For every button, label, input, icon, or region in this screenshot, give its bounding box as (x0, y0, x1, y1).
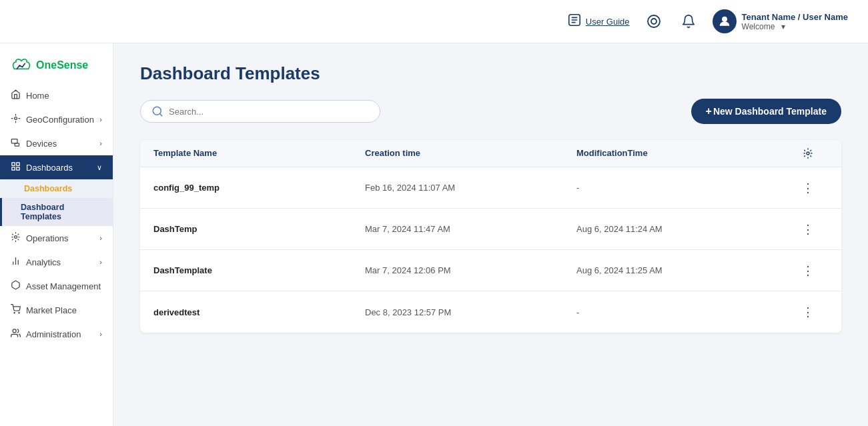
sidebar-item-geoconfiguration[interactable]: GeoConfiguration › (0, 107, 113, 131)
devices-arrow: › (99, 139, 102, 147)
table-row: DashTemplate Mar 7, 2024 12:06 PM Aug 6,… (140, 250, 841, 291)
search-box[interactable] (140, 100, 380, 123)
data-table: Template Name Creation time Modification… (140, 140, 841, 333)
kebab-menu-button-2[interactable]: ⋮ (797, 219, 819, 239)
svg-point-20 (13, 329, 16, 333)
svg-rect-12 (12, 167, 15, 170)
cell-actions-4: ⋮ (788, 293, 828, 331)
sidebar-item-administration[interactable]: Administration › (0, 322, 113, 346)
cell-modification-time-3: Aug 6, 2024 11:25 AM (576, 256, 788, 285)
svg-point-7 (15, 117, 17, 120)
svg-rect-10 (12, 163, 15, 165)
sidebar-item-devices-label: Devices (26, 139, 57, 149)
cell-modification-time-1: - (576, 173, 788, 202)
toolbar: + New Dashboard Template (140, 99, 841, 124)
svg-point-18 (14, 313, 15, 313)
administration-arrow: › (99, 330, 102, 338)
operations-arrow: › (99, 234, 102, 242)
geoconfiguration-icon (11, 113, 21, 125)
screen-record-icon[interactable] (643, 11, 665, 32)
search-icon (151, 105, 163, 117)
logo-icon (11, 58, 32, 73)
svg-rect-9 (15, 143, 19, 146)
sidebar-sub-item-dashboard-templates[interactable]: Dashboard Templates (0, 198, 113, 226)
svg-line-22 (159, 113, 161, 115)
cell-template-name-4: derivedtest (153, 298, 365, 327)
svg-rect-8 (11, 139, 17, 143)
kebab-menu-button-3[interactable]: ⋮ (797, 261, 819, 281)
home-icon (11, 89, 21, 101)
cell-template-name-3: DashTemplate (153, 256, 365, 285)
table-header: Template Name Creation time Modification… (140, 140, 841, 167)
avatar (713, 9, 737, 33)
new-button-label: New Dashboard Template (713, 106, 827, 117)
sidebar-sub-item-dashboards[interactable]: Dashboards (0, 179, 113, 198)
sidebar-item-operations[interactable]: Operations › (0, 226, 113, 250)
sidebar-item-operations-label: Operations (26, 233, 69, 243)
cell-actions-3: ⋮ (788, 251, 828, 290)
user-guide-icon (567, 13, 582, 31)
logo: OneSense (0, 50, 113, 83)
col-header-modification-time: ModificationTime (576, 148, 788, 159)
administration-icon (11, 328, 21, 340)
logo-text: OneSense (36, 59, 88, 71)
col-header-template-name: Template Name (153, 148, 365, 159)
sidebar-item-analytics[interactable]: Analytics › (0, 250, 113, 274)
user-guide-link[interactable]: User Guide (567, 13, 630, 31)
welcome-label: Welcome ▾ (742, 22, 848, 31)
page-title: Dashboard Templates (140, 63, 841, 84)
operations-icon (11, 232, 21, 244)
sidebar-item-marketplace-label: Market Place (26, 305, 77, 315)
user-menu[interactable]: Tenant Name / User Name Welcome ▾ (713, 9, 848, 33)
table-row: DashTemp Mar 7, 2024 11:47 AM Aug 6, 202… (140, 209, 841, 250)
kebab-menu-button-1[interactable]: ⋮ (797, 178, 819, 198)
table-row: config_99_temp Feb 16, 2024 11:07 AM - ⋮ (140, 167, 841, 209)
new-button-icon: + (706, 105, 712, 117)
sidebar-item-geoconfiguration-label: GeoConfiguration (26, 115, 94, 125)
kebab-menu-button-4[interactable]: ⋮ (797, 302, 819, 322)
col-header-creation-time: Creation time (365, 148, 576, 159)
geoconfiguration-arrow: › (99, 115, 102, 123)
sidebar: OneSense Home GeoConfiguration › Devices… (0, 43, 113, 426)
marketplace-icon (11, 304, 21, 316)
cell-creation-time-3: Mar 7, 2024 12:06 PM (365, 256, 576, 285)
sidebar-item-home[interactable]: Home (0, 83, 113, 107)
sidebar-item-asset-management[interactable]: Asset Management (0, 274, 113, 298)
sidebar-item-asset-management-label: Asset Management (26, 281, 101, 291)
cell-template-name-2: DashTemp (153, 215, 365, 243)
sidebar-item-devices[interactable]: Devices › (0, 131, 113, 155)
dashboards-sub-label: Dashboards (24, 184, 72, 193)
body-layout: OneSense Home GeoConfiguration › Devices… (0, 43, 868, 426)
sidebar-item-administration-label: Administration (26, 329, 81, 339)
svg-point-4 (648, 15, 660, 27)
dashboards-submenu: Dashboards Dashboard Templates (0, 179, 113, 226)
cell-modification-time-2: Aug 6, 2024 11:24 AM (576, 215, 788, 243)
sidebar-item-dashboards[interactable]: Dashboards ∨ (0, 155, 113, 179)
search-input[interactable] (169, 107, 369, 117)
main-content: Dashboard Templates + New Dashboard Temp… (113, 43, 868, 426)
cell-template-name-1: config_99_temp (153, 173, 365, 202)
svg-point-6 (722, 17, 727, 21)
user-name: Tenant Name / User Name (742, 12, 848, 22)
dashboards-arrow: ∨ (97, 163, 102, 172)
cell-creation-time-1: Feb 16, 2024 11:07 AM (365, 173, 576, 202)
cell-creation-time-2: Mar 7, 2024 11:47 AM (365, 215, 576, 243)
cell-modification-time-4: - (576, 298, 788, 327)
svg-point-14 (15, 236, 17, 239)
cell-actions-1: ⋮ (788, 169, 828, 207)
table-row: derivedtest Dec 8, 2023 12:57 PM - ⋮ (140, 291, 841, 333)
cell-creation-time-4: Dec 8, 2023 12:57 PM (365, 298, 576, 327)
user-info: Tenant Name / User Name Welcome ▾ (742, 12, 848, 31)
svg-point-19 (19, 313, 19, 313)
sidebar-item-dashboards-label: Dashboards (26, 163, 73, 173)
sidebar-item-analytics-label: Analytics (26, 257, 61, 267)
new-dashboard-template-button[interactable]: + New Dashboard Template (691, 99, 841, 124)
asset-management-icon (11, 280, 21, 292)
user-guide-label: User Guide (586, 17, 630, 27)
col-header-actions (788, 148, 828, 159)
sidebar-item-home-label: Home (26, 91, 49, 101)
analytics-icon (11, 256, 21, 268)
sidebar-item-marketplace[interactable]: Market Place (0, 298, 113, 322)
notification-icon[interactable] (678, 11, 699, 32)
dashboard-templates-sub-label: Dashboard Templates (21, 203, 64, 221)
